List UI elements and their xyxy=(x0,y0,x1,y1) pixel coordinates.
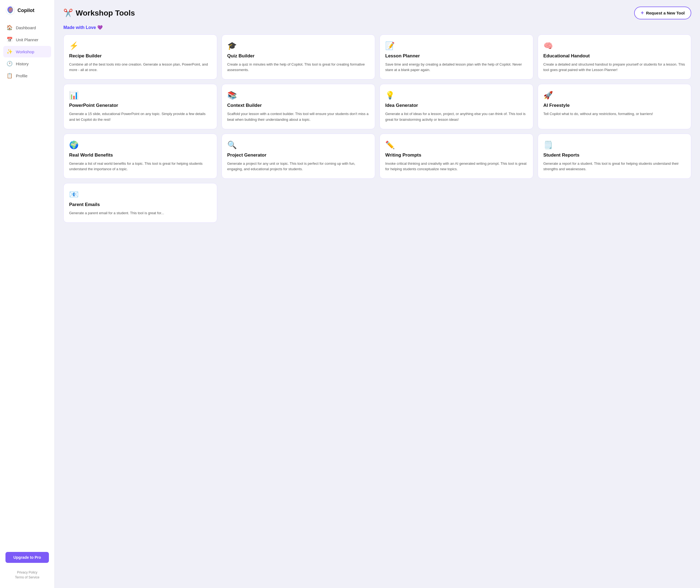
tool-desc-project-generator: Generate a project for any unit or topic… xyxy=(227,161,370,172)
upgrade-button[interactable]: Upgrade to Pro xyxy=(5,552,49,563)
tool-desc-real-world-benefits: Generate a list of real world benefits f… xyxy=(69,161,211,172)
tool-icon-idea-generator: 💡 xyxy=(385,91,528,100)
tool-title-idea-generator: Idea Generator xyxy=(385,102,528,108)
workshop-icon: ✨ xyxy=(7,49,13,55)
tool-title-recipe-builder: Recipe Builder xyxy=(69,53,211,59)
tool-icon-parent-emails: 📧 xyxy=(69,190,211,199)
tool-title-quiz-builder: Quiz Builder xyxy=(227,53,370,59)
tool-card-real-world-benefits[interactable]: 🌍 Real World Benefits Generate a list of… xyxy=(63,134,217,179)
tool-desc-quiz-builder: Create a quiz in minutes with the help o… xyxy=(227,62,370,73)
tool-title-ai-freestyle: AI Freestyle xyxy=(543,102,686,108)
privacy-policy-link[interactable]: Privacy Policy xyxy=(17,571,37,574)
tool-title-student-reports: Student Reports xyxy=(543,152,686,158)
tool-icon-quiz-builder: 🎓 xyxy=(227,41,370,50)
tool-title-lesson-planner: Lesson Planner xyxy=(385,53,528,59)
tool-card-recipe-builder[interactable]: ⚡ Recipe Builder Combine all of the best… xyxy=(63,34,217,80)
tool-card-ai-freestyle[interactable]: 🚀 AI Freestyle Tell Copilot what to do, … xyxy=(538,84,692,129)
tool-desc-context-builder: Scaffold your lesson with a context buil… xyxy=(227,111,370,122)
tool-card-context-builder[interactable]: 📚 Context Builder Scaffold your lesson w… xyxy=(222,84,375,129)
sidebar-nav: 🏠 Dashboard 📅 Unit Planner ✨ Workshop 🕐 … xyxy=(0,22,54,545)
tool-card-idea-generator[interactable]: 💡 Idea Generator Generate a list of idea… xyxy=(380,84,533,129)
tool-icon-context-builder: 📚 xyxy=(227,91,370,100)
tool-desc-recipe-builder: Combine all of the best tools into one c… xyxy=(69,62,211,73)
tool-desc-lesson-planner: Save time and energy by creating a detai… xyxy=(385,62,528,73)
main-title: ✂️ Workshop Tools xyxy=(63,8,135,17)
sidebar-item-history[interactable]: 🕐 History xyxy=(3,58,51,69)
tool-card-powerpoint-generator[interactable]: 📊 PowerPoint Generator Generate a 15 sli… xyxy=(63,84,217,129)
terms-of-service-link[interactable]: Terms of Service xyxy=(15,575,39,579)
tool-desc-powerpoint-generator: Generate a 15 slide, educational PowerPo… xyxy=(69,111,211,122)
tool-icon-educational-handout: 🧠 xyxy=(543,41,686,50)
request-btn-label: Request a New Tool xyxy=(646,11,685,15)
tool-card-educational-handout[interactable]: 🧠 Educational Handout Create a detailed … xyxy=(538,34,692,80)
tool-desc-student-reports: Generate a report for a student. This to… xyxy=(543,161,686,172)
tool-title-powerpoint-generator: PowerPoint Generator xyxy=(69,102,211,108)
dashboard-icon: 🏠 xyxy=(7,25,13,31)
request-new-tool-button[interactable]: + Request a New Tool xyxy=(634,7,691,19)
tool-title-context-builder: Context Builder xyxy=(227,102,370,108)
tool-icon-lesson-planner: 📝 xyxy=(385,41,528,50)
tool-card-lesson-planner[interactable]: 📝 Lesson Planner Save time and energy by… xyxy=(380,34,533,80)
sidebar-item-unit-planner-label: Unit Planner xyxy=(16,37,39,42)
tool-icon-powerpoint-generator: 📊 xyxy=(69,91,211,100)
tool-title-project-generator: Project Generator xyxy=(227,152,370,158)
profile-icon: 📋 xyxy=(7,73,13,79)
tool-desc-writing-prompts: Invoke critical thinking and creativity … xyxy=(385,161,528,172)
sidebar: Copilot 🏠 Dashboard 📅 Unit Planner ✨ Wor… xyxy=(0,0,55,588)
tool-card-project-generator[interactable]: 🔍 Project Generator Generate a project f… xyxy=(222,134,375,179)
tool-title-writing-prompts: Writing Prompts xyxy=(385,152,528,158)
history-icon: 🕐 xyxy=(7,61,13,67)
tool-desc-ai-freestyle: Tell Copilot what to do, without any res… xyxy=(543,111,686,117)
tools-grid: ⚡ Recipe Builder Combine all of the best… xyxy=(63,34,691,223)
logo-text: Copilot xyxy=(17,8,34,13)
tool-icon-writing-prompts: ✏️ xyxy=(385,140,528,149)
workshop-tools-icon: ✂️ xyxy=(63,8,73,17)
sidebar-item-profile[interactable]: 📋 Profile xyxy=(3,70,51,81)
sidebar-item-workshop[interactable]: ✨ Workshop xyxy=(3,46,51,57)
request-plus-icon: + xyxy=(641,10,644,16)
sidebar-item-dashboard-label: Dashboard xyxy=(16,25,36,30)
tool-card-writing-prompts[interactable]: ✏️ Writing Prompts Invoke critical think… xyxy=(380,134,533,179)
sidebar-item-profile-label: Profile xyxy=(16,73,28,78)
tool-title-educational-handout: Educational Handout xyxy=(543,53,686,59)
tool-desc-idea-generator: Generate a list of ideas for a lesson, p… xyxy=(385,111,528,122)
tool-title-parent-emails: Parent Emails xyxy=(69,202,211,208)
sidebar-item-unit-planner[interactable]: 📅 Unit Planner xyxy=(3,34,51,45)
copilot-logo-icon xyxy=(5,5,15,15)
unit-planner-icon: 📅 xyxy=(7,37,13,43)
main-content: ✂️ Workshop Tools + Request a New Tool M… xyxy=(55,0,700,588)
sidebar-logo: Copilot xyxy=(0,5,54,22)
page-title: Workshop Tools xyxy=(76,9,135,17)
tool-card-student-reports[interactable]: 🗒️ Student Reports Generate a report for… xyxy=(538,134,692,179)
sidebar-footer: Privacy Policy Terms of Service xyxy=(0,567,54,583)
sidebar-item-dashboard[interactable]: 🏠 Dashboard xyxy=(3,22,51,33)
tool-card-quiz-builder[interactable]: 🎓 Quiz Builder Create a quiz in minutes … xyxy=(222,34,375,80)
tool-icon-ai-freestyle: 🚀 xyxy=(543,91,686,100)
tool-icon-recipe-builder: ⚡ xyxy=(69,41,211,50)
sidebar-item-history-label: History xyxy=(16,61,29,66)
main-header: ✂️ Workshop Tools + Request a New Tool xyxy=(63,7,691,19)
sidebar-upgrade: Upgrade to Pro xyxy=(0,548,54,567)
section-heading: Made with Love 💜 xyxy=(63,25,691,30)
tool-desc-educational-handout: Create a detailed and structured handout… xyxy=(543,62,686,73)
tool-card-parent-emails[interactable]: 📧 Parent Emails Generate a parent email … xyxy=(63,183,217,223)
sidebar-item-workshop-label: Workshop xyxy=(16,49,34,54)
tool-icon-real-world-benefits: 🌍 xyxy=(69,140,211,149)
tool-icon-student-reports: 🗒️ xyxy=(543,140,686,149)
tool-desc-parent-emails: Generate a parent email for a student. T… xyxy=(69,210,211,216)
tool-title-real-world-benefits: Real World Benefits xyxy=(69,152,211,158)
tool-icon-project-generator: 🔍 xyxy=(227,140,370,149)
